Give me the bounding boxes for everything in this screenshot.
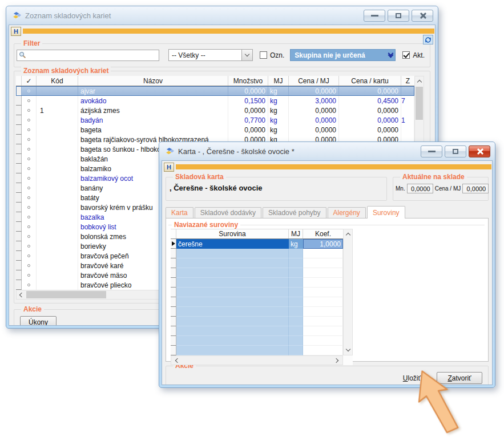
maximize-button[interactable] bbox=[445, 145, 466, 157]
maximize-button[interactable] bbox=[388, 10, 409, 22]
close-button[interactable] bbox=[412, 10, 433, 22]
scroll-left-button[interactable] bbox=[17, 290, 25, 300]
mn-field[interactable]: 0,0000 bbox=[407, 184, 433, 193]
tab-karta[interactable]: Karta bbox=[166, 207, 193, 218]
scroll-up-button[interactable] bbox=[344, 229, 352, 239]
header-groups: Skladová karta , Čerešne - školské ovoci… bbox=[166, 177, 489, 201]
ozn-checkbox[interactable] bbox=[260, 51, 267, 59]
aktualne-na-sklade-group: Aktuálne na sklade Mn. 0,0000 Cena / MJ … bbox=[393, 177, 489, 201]
app-icon bbox=[166, 147, 175, 156]
empty-row[interactable] bbox=[171, 346, 343, 355]
dropdown-button[interactable] bbox=[241, 50, 252, 60]
stock-row[interactable]: 1ázijská zmes0,0000kg0,00000,0000 bbox=[16, 106, 414, 115]
stock-row[interactable]: ajvar0,0000kg0,00000,0000 bbox=[16, 86, 414, 96]
record-dot-icon bbox=[27, 187, 30, 189]
scroll-thumb[interactable] bbox=[416, 87, 423, 120]
refresh-button[interactable] bbox=[423, 35, 433, 44]
tab-alergeny[interactable]: Alergény bbox=[328, 207, 366, 218]
record-dot-icon bbox=[27, 264, 30, 267]
header-cena-kartu[interactable]: Cena / kartu bbox=[339, 76, 401, 86]
suroviny-table-rows: čerešnekg1,0000 bbox=[171, 239, 343, 355]
empty-row[interactable] bbox=[171, 336, 343, 346]
empty-row[interactable] bbox=[171, 297, 343, 307]
accent-strip bbox=[176, 164, 491, 169]
window-title: Karta - , Čerešne - školské ovocie * bbox=[178, 147, 421, 156]
tab-skladove-pohyby[interactable]: Skladové pohyby bbox=[263, 207, 326, 218]
double-chevron-icon[interactable] bbox=[389, 54, 393, 57]
search-icon bbox=[19, 51, 26, 59]
header-mj[interactable]: MJ bbox=[289, 229, 303, 238]
akt-checkbox[interactable] bbox=[402, 51, 410, 59]
record-dot-icon bbox=[27, 148, 30, 151]
stock-row[interactable]: avokádo0,1500kg3,00000,45007 bbox=[16, 96, 414, 106]
tab-suroviny[interactable]: Suroviny bbox=[367, 206, 405, 218]
window-title: Zoznam skladových kariet bbox=[25, 11, 364, 20]
empty-row[interactable] bbox=[171, 326, 343, 336]
empty-row[interactable] bbox=[171, 288, 343, 297]
header-mj[interactable]: MJ bbox=[268, 76, 289, 86]
record-dot-icon bbox=[27, 196, 30, 199]
chevron-up-icon bbox=[345, 233, 350, 237]
group-chip-text: Skupina nie je určená bbox=[295, 51, 389, 59]
header-mnozstvo[interactable]: Množstvo bbox=[228, 76, 268, 86]
scroll-thumb[interactable] bbox=[26, 291, 106, 298]
header-kod[interactable]: Kód bbox=[37, 76, 78, 86]
empty-row[interactable] bbox=[171, 278, 343, 288]
header-koef[interactable]: Koef. bbox=[303, 229, 343, 238]
mn-label: Mn. bbox=[396, 185, 405, 192]
header-cena-mj[interactable]: Cena / MJ bbox=[289, 76, 339, 86]
titlebar[interactable]: Zoznam skladových kariet bbox=[9, 6, 436, 25]
h-button[interactable]: H bbox=[11, 27, 21, 36]
close-icon bbox=[419, 12, 426, 19]
record-dot-icon bbox=[27, 235, 30, 238]
stock-row[interactable]: bageta0,0000kg0,00000,0000 bbox=[16, 125, 414, 135]
filter-dropdown[interactable]: -- Všetky -- bbox=[168, 49, 253, 61]
minimize-button[interactable] bbox=[421, 145, 442, 157]
desktop: { "colors": { "accent_strip": "#F2B23C",… bbox=[0, 0, 504, 437]
header-indicator bbox=[16, 76, 22, 86]
ukony-button[interactable]: Úkony bbox=[20, 316, 57, 326]
stock-list-group-label: Zoznam skladových kariet bbox=[21, 67, 111, 75]
skladova-karta-group: Skladová karta , Čerešne - školské ovoci… bbox=[166, 177, 387, 201]
empty-row[interactable] bbox=[171, 317, 343, 326]
record-dot-icon bbox=[27, 109, 30, 112]
scroll-down-button[interactable] bbox=[344, 345, 352, 355]
chevron-right-icon bbox=[334, 358, 338, 362]
header-z[interactable]: Z bbox=[401, 76, 414, 86]
suroviny-tab-panel: Naviazané suroviny Surovina MJ Koef. čer… bbox=[166, 218, 489, 362]
filter-group-label: Filter bbox=[21, 39, 42, 47]
scroll-left-button[interactable] bbox=[172, 355, 181, 365]
header-surovina[interactable]: Surovina bbox=[176, 229, 289, 238]
cena-mj-field[interactable]: 0,0000 bbox=[462, 184, 489, 193]
stock-row[interactable]: badyán0,7700kg0,00000,00001 bbox=[16, 115, 414, 125]
minimize-button[interactable] bbox=[364, 10, 385, 22]
titlebar[interactable]: Karta - , Čerešne - školské ovocie * bbox=[162, 142, 493, 160]
group-chip[interactable]: Skupina nie je určená bbox=[290, 49, 396, 61]
header-check[interactable]: ✓ bbox=[22, 76, 37, 86]
empty-row[interactable] bbox=[171, 307, 343, 317]
suroviny-vertical-scrollbar[interactable] bbox=[343, 229, 353, 355]
search-input[interactable] bbox=[17, 50, 159, 61]
scroll-up-button[interactable] bbox=[415, 76, 424, 86]
record-dot-icon bbox=[27, 177, 30, 180]
chevron-left-icon bbox=[19, 292, 24, 297]
tab-skladove-dodavky[interactable]: Skladové dodávky bbox=[195, 207, 261, 218]
header-indicator bbox=[171, 229, 176, 238]
toolbar-row: H bbox=[9, 25, 435, 38]
scroll-right-button[interactable] bbox=[333, 355, 341, 365]
empty-row[interactable] bbox=[171, 268, 343, 278]
stock-table-header[interactable]: ✓ Kód Názov Množstvo MJ Cena / MJ Cena /… bbox=[16, 76, 414, 86]
window-karta: Karta - , Čerešne - školské ovocie * H S… bbox=[159, 141, 495, 388]
close-button[interactable] bbox=[469, 145, 490, 157]
skladova-karta-label: Skladová karta bbox=[173, 173, 226, 181]
surovina-row[interactable]: čerešnekg1,0000 bbox=[171, 239, 343, 249]
suroviny-table-header[interactable]: Surovina MJ Koef. bbox=[171, 229, 343, 239]
h-button[interactable]: H bbox=[164, 163, 174, 172]
empty-row[interactable] bbox=[171, 249, 343, 258]
refresh-icon bbox=[425, 37, 432, 43]
record-dot-icon bbox=[27, 274, 30, 277]
suroviny-horizontal-scrollbar[interactable] bbox=[171, 355, 343, 365]
empty-row[interactable] bbox=[171, 258, 343, 268]
record-dot-icon bbox=[27, 225, 30, 228]
header-nazov[interactable]: Názov bbox=[78, 76, 228, 86]
